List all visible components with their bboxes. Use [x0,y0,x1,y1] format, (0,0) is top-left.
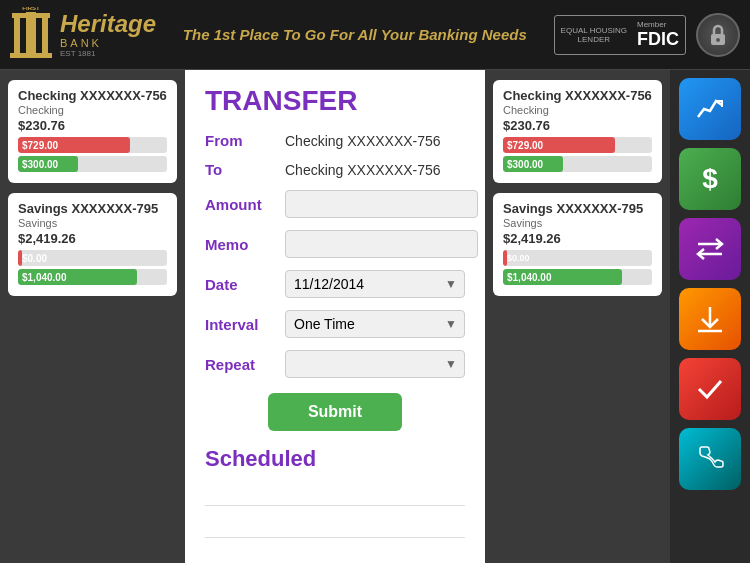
from-label: From [205,132,285,149]
left-checking-green-bar: $300.00 [18,156,78,172]
left-sidebar: Checking XXXXXXX-756 Checking $230.76 $7… [0,70,185,563]
app-header: FIRST Heritage BANK EST 1881 The 1st Pla… [0,0,750,70]
fdic-text: FDIC [637,29,679,50]
right-checking-green-bar: $300.00 [503,156,563,172]
from-row: From Checking XXXXXXX-756 [205,132,465,149]
bank-logo-icon: FIRST [10,7,52,62]
deposit-nav-button[interactable] [679,288,741,350]
logo-area: FIRST Heritage BANK EST 1881 [10,7,156,62]
svg-text:FIRST: FIRST [22,7,40,11]
bank-name-sub: BANK [60,37,156,49]
left-savings-green-bar-container: $1,040.00 [18,269,167,285]
svg-rect-4 [10,53,52,58]
checkmark-icon [694,373,726,405]
left-checking-red-value: $729.00 [22,140,58,151]
phone-icon [694,443,726,475]
right-checking-green-bar-container: $300.00 [503,156,652,172]
date-select[interactable]: 11/12/2014 [285,270,465,298]
svg-rect-1 [26,12,36,56]
memo-label: Memo [205,236,285,253]
left-savings-type: Savings [18,217,167,229]
right-savings-card: Savings XXXXXXX-795 Savings $2,419.26 $0… [493,193,662,296]
contact-nav-button[interactable] [679,428,741,490]
left-checking-type: Checking [18,104,167,116]
left-savings-red-bar-container: $0.00 [18,250,167,266]
svg-point-7 [716,38,720,42]
far-right-nav: $ [670,70,750,563]
left-checking-red-bar-container: $729.00 [18,137,167,153]
to-value: Checking XXXXXXX-756 [285,162,441,178]
bank-name-heritage: Heritage [60,10,156,37]
right-savings-red-bar: $0.00 [503,250,507,266]
lock-icon [707,23,729,47]
left-checking-title: Checking XXXXXXX-756 [18,88,167,103]
right-checking-red-bar-container: $729.00 [503,137,652,153]
submit-button[interactable]: Submit [268,393,402,431]
scheduled-line-2 [205,514,465,538]
left-savings-title: Savings XXXXXXX-795 [18,201,167,216]
repeat-wrapper: ▼ [285,350,465,378]
bank-estd: EST 1881 [60,49,156,58]
security-button[interactable] [696,13,740,57]
repeat-row: Repeat ▼ [205,350,465,378]
amount-input[interactable] [285,190,478,218]
bank-name: Heritage BANK EST 1881 [60,11,156,58]
transfer-panel: TRANSFER From Checking XXXXXXX-756 To Ch… [185,70,485,563]
right-savings-balance: $2,419.26 [503,231,652,246]
investments-nav-button[interactable] [679,78,741,140]
transfer-title: TRANSFER [205,85,465,117]
right-savings-red-bar-container: $0.00 [503,250,652,266]
date-row: Date 11/12/2014 ▼ [205,270,465,298]
interval-label: Interval [205,316,285,333]
left-checking-green-bar-container: $300.00 [18,156,167,172]
memo-input[interactable] [285,230,478,258]
header-tagline: The 1st Place To Go For All Your Banking… [156,26,554,43]
left-savings-red-bar: $0.00 [18,250,22,266]
from-value: Checking XXXXXXX-756 [285,133,441,149]
left-savings-red-value: $0.00 [22,253,47,264]
right-checking-red-value: $729.00 [507,140,543,151]
submit-area: Submit [205,393,465,431]
chart-icon [694,93,726,125]
svg-rect-3 [12,13,50,18]
right-savings-title: Savings XXXXXXX-795 [503,201,652,216]
download-icon [694,303,726,335]
fdic-badge: EQUAL HOUSING LENDER Member FDIC [554,15,686,55]
equal-housing-label: EQUAL HOUSING [561,26,627,35]
right-savings-green-bar-container: $1,040.00 [503,269,652,285]
right-savings-red-value: $0.00 [507,253,530,263]
interval-wrapper: One Time Weekly Monthly ▼ [285,310,465,338]
left-checking-red-bar: $729.00 [18,137,130,153]
memo-row: Memo [205,230,465,258]
member-label: Member [637,20,679,29]
svg-rect-2 [42,15,48,53]
tagline-text: The 1st Place To Go For All Your Banking… [183,26,527,43]
right-checking-red-bar: $729.00 [503,137,615,153]
to-label: To [205,161,285,178]
date-wrapper: 11/12/2014 ▼ [285,270,465,298]
repeat-select[interactable] [285,350,465,378]
left-savings-balance: $2,419.26 [18,231,167,246]
right-checking-title: Checking XXXXXXX-756 [503,88,652,103]
interval-select[interactable]: One Time Weekly Monthly [285,310,465,338]
transfer-nav-button[interactable] [679,218,741,280]
transfer-icon [694,233,726,265]
right-sidebar: Checking XXXXXXX-756 Checking $230.76 $7… [485,70,670,563]
interval-row: Interval One Time Weekly Monthly ▼ [205,310,465,338]
scheduled-line-1 [205,482,465,506]
svg-rect-0 [14,15,20,53]
money-nav-button[interactable]: $ [679,148,741,210]
right-savings-green-value: $1,040.00 [507,272,552,283]
right-checking-card: Checking XXXXXXX-756 Checking $230.76 $7… [493,80,662,183]
date-label: Date [205,276,285,293]
left-checking-green-value: $300.00 [22,159,58,170]
left-savings-card: Savings XXXXXXX-795 Savings $2,419.26 $0… [8,193,177,296]
dollar-icon: $ [702,163,718,195]
header-right: EQUAL HOUSING LENDER Member FDIC [554,13,740,57]
scheduled-title: Scheduled [205,446,465,472]
lender-label: LENDER [578,35,610,44]
amount-label: Amount [205,196,285,213]
approve-nav-button[interactable] [679,358,741,420]
right-checking-type: Checking [503,104,652,116]
left-savings-green-bar: $1,040.00 [18,269,137,285]
